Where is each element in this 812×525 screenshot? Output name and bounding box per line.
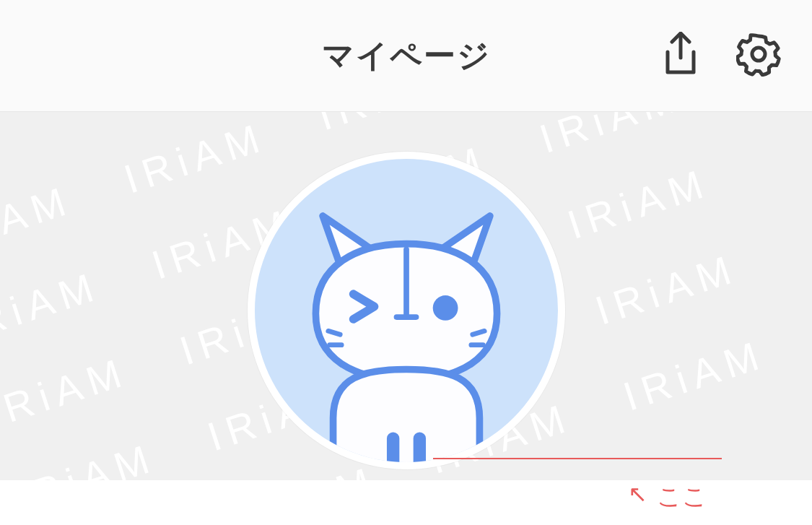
watermark-text: IRiAM [8,433,162,480]
annotation-line [433,458,722,459]
svg-point-0 [752,48,765,61]
svg-point-3 [432,295,458,321]
watermark-text: IRiAM [0,261,105,351]
header-actions [656,31,783,80]
annotation-arrow-icon: ↖ [628,480,647,508]
gear-icon [736,32,781,79]
svg-line-6 [472,331,484,335]
watermark-text: IRiAM [312,112,466,139]
watermark-text: IRiAM [618,330,772,420]
watermark-text: IRiAM [562,158,715,248]
cat-icon [266,195,545,469]
page-title: マイページ [322,35,491,77]
header-bar: マイページ [0,0,812,112]
svg-line-4 [328,331,339,335]
avatar[interactable] [248,152,565,469]
svg-rect-9 [413,433,425,469]
watermark-text: IRiAM [590,244,743,334]
share-icon [660,32,701,79]
settings-button[interactable] [734,31,783,80]
svg-rect-8 [386,433,398,469]
watermark-text: IRiAM [0,347,134,437]
avatar-image [248,152,565,469]
share-button[interactable] [656,31,705,80]
annotation-text: ここ [657,480,707,513]
watermark-text: IRiAM [0,176,78,266]
